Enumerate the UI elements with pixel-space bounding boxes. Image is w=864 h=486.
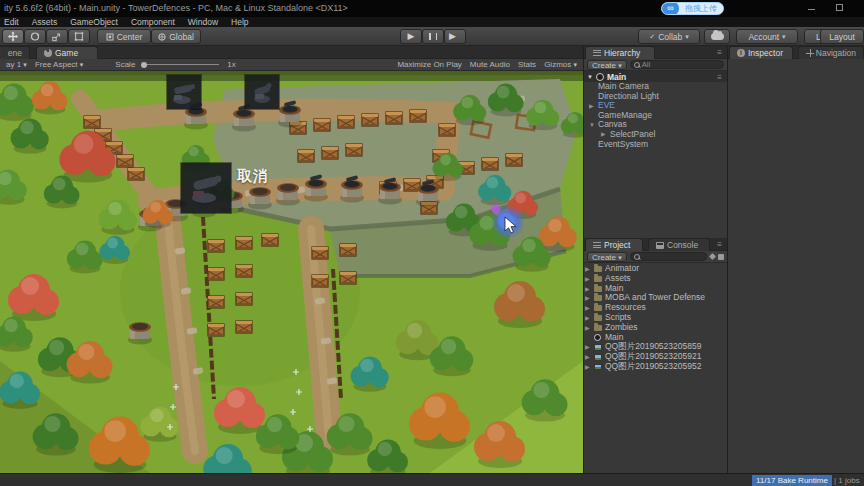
scene-name: Main xyxy=(607,72,626,82)
menu-bar: EditAssetsGameObjectComponentWindowHelp xyxy=(0,17,864,27)
pause-button[interactable] xyxy=(422,29,444,44)
space-label: Global xyxy=(169,32,194,42)
panel-menu-icon[interactable]: ≡ xyxy=(717,48,724,57)
account-dropdown[interactable]: Account ▾ xyxy=(736,29,798,44)
menu-window[interactable]: Window xyxy=(188,17,218,27)
game-tabstrip: ene Game xyxy=(0,46,583,59)
image-icon xyxy=(594,354,602,361)
upload-badge[interactable]: ∞ 拖拽上传 xyxy=(661,2,724,15)
console-tab-label: Console xyxy=(667,240,698,250)
image-icon xyxy=(594,364,602,371)
game-tab-label: Game xyxy=(55,48,78,58)
collab-button[interactable]: ✓ Collab ▾ xyxy=(638,29,700,44)
scene-tab-label: ene xyxy=(8,48,22,58)
layout-label: Layout xyxy=(829,32,855,42)
stats-toggle[interactable]: Stats xyxy=(518,60,536,69)
tab-navigation[interactable]: Navigation xyxy=(798,46,864,59)
account-label: Account xyxy=(748,32,779,42)
navigation-tab-label: Navigation xyxy=(816,48,856,58)
hierarchy-toolbar: Create ▾ All xyxy=(584,59,727,71)
folder-icon xyxy=(594,266,602,272)
tab-scene[interactable]: ene xyxy=(0,46,30,59)
game-scene xyxy=(0,71,583,473)
scale-value: 1x xyxy=(227,60,235,69)
scale-tool-button[interactable] xyxy=(46,29,68,44)
rotate-tool-button[interactable] xyxy=(24,29,46,44)
step-button[interactable]: ▶ xyxy=(444,29,466,44)
cloud-icon xyxy=(711,33,724,40)
hierarchy-search-input[interactable]: All xyxy=(630,60,724,69)
maximize-on-play-toggle[interactable]: Maximize On Play xyxy=(397,60,461,69)
inspector-tab-label: Inspector xyxy=(748,48,783,58)
tab-project[interactable]: Project xyxy=(585,238,643,251)
scene-icon xyxy=(594,334,601,341)
tab-game[interactable]: Game xyxy=(36,46,98,59)
hierarchy-item-label: EventSystem xyxy=(598,140,648,150)
foldout-icon[interactable]: ▼ xyxy=(587,74,593,80)
create-button[interactable]: Create ▾ xyxy=(587,252,627,262)
project-tabstrip: Project Console ≡ xyxy=(584,238,727,251)
aspect-dropdown[interactable]: Free Aspect ▾ xyxy=(35,60,83,69)
search-icon xyxy=(634,62,640,68)
hierarchy-tree: Main CameraDirectional Light▶EVEGameMana… xyxy=(584,82,727,149)
favorites-icon[interactable] xyxy=(709,253,716,260)
panel-menu-icon[interactable]: ≡ xyxy=(717,240,724,249)
maximize-button[interactable] xyxy=(834,3,845,13)
cloud-services-button[interactable] xyxy=(704,29,730,44)
layout-dropdown[interactable]: Layout xyxy=(820,29,864,44)
rect-tool-button[interactable] xyxy=(68,29,90,44)
project-search-input[interactable] xyxy=(630,252,707,261)
game-tab-icon xyxy=(44,49,52,57)
project-tab-label: Project xyxy=(604,240,630,250)
menu-help[interactable]: Help xyxy=(231,17,248,27)
move-tool-button[interactable] xyxy=(2,29,24,44)
chevron-down-icon: ▾ xyxy=(685,33,689,41)
scale-slider[interactable] xyxy=(143,64,219,65)
main-toolbar: Center Global ▶ ▶ ✓ Collab ▾ Account ▾ L… xyxy=(0,27,864,46)
status-bar: 11/17 Bake Runtime | 1 jobs xyxy=(0,473,864,486)
foldout-icon[interactable]: ▶ xyxy=(585,363,590,373)
project-toolbar: Create ▾ xyxy=(584,251,727,263)
collab-check-icon: ✓ xyxy=(649,33,655,41)
image-icon xyxy=(594,344,602,351)
mute-audio-toggle[interactable]: Mute Audio xyxy=(470,60,510,69)
project-icon xyxy=(593,242,601,249)
scale-label: Scale xyxy=(115,60,135,69)
hierarchy-item-eventsystem[interactable]: EventSystem xyxy=(584,140,727,150)
cancel-button[interactable]: 取消 xyxy=(237,167,269,186)
create-button[interactable]: Create ▾ xyxy=(587,60,627,70)
folder-icon xyxy=(594,286,602,292)
inspector-icon: i xyxy=(737,49,745,57)
project-item[interactable]: ▶QQ图片20190523205952 xyxy=(584,362,727,372)
space-toggle-button[interactable]: Global xyxy=(151,29,201,44)
scene-menu-icon[interactable]: ≡ xyxy=(717,73,724,82)
inspector-panel: i Inspector Navigation xyxy=(728,46,864,473)
gizmos-dropdown[interactable]: Gizmos ▾ xyxy=(544,60,577,69)
tab-hierarchy[interactable]: Hierarchy xyxy=(585,46,655,59)
menu-assets[interactable]: Assets xyxy=(32,17,58,27)
hierarchy-item-canvas[interactable]: ▼Canvas xyxy=(584,120,727,130)
tab-console[interactable]: Console xyxy=(648,238,710,251)
scale-slider-knob[interactable] xyxy=(141,62,147,68)
navigation-icon xyxy=(806,49,813,57)
menu-component[interactable]: Component xyxy=(131,17,175,27)
game-toolbar: ay 1 ▾ Free Aspect ▾ Scale 1x Maximize O… xyxy=(0,59,583,71)
tower-slot-button-1[interactable] xyxy=(167,75,201,109)
jobs-count: | 1 jobs xyxy=(834,475,860,486)
menu-gameobject[interactable]: GameObject xyxy=(70,17,118,27)
label-icon[interactable] xyxy=(718,254,724,260)
display-dropdown[interactable]: ay 1 ▾ xyxy=(6,60,27,69)
hierarchy-icon xyxy=(593,50,601,57)
tower-slot-button-3[interactable] xyxy=(181,163,231,213)
console-icon xyxy=(656,242,664,249)
scene-icon xyxy=(596,73,604,81)
play-button[interactable]: ▶ xyxy=(400,29,422,44)
minimize-button[interactable] xyxy=(806,3,817,13)
pivot-toggle-button[interactable]: Center xyxy=(97,29,151,44)
tab-inspector[interactable]: i Inspector xyxy=(729,46,793,59)
menu-edit[interactable]: Edit xyxy=(4,17,19,27)
project-list: ▶Animator▶Assets▶Main▶MOBA and Tower Def… xyxy=(584,264,727,372)
tower-slot-button-2[interactable] xyxy=(245,75,279,109)
bake-progress-badge[interactable]: 11/17 Bake Runtime xyxy=(752,475,832,486)
game-viewport[interactable]: 取消 xyxy=(0,71,583,473)
